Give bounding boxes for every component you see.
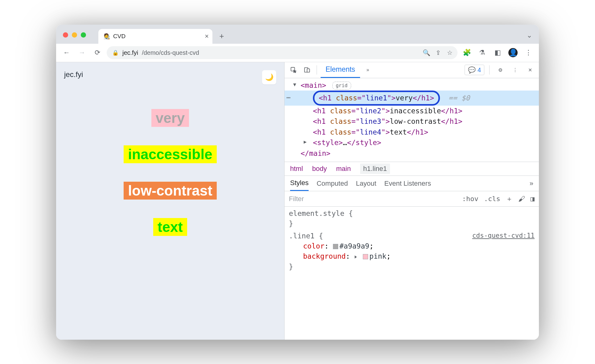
color-swatch-icon[interactable]	[363, 254, 368, 259]
breadcrumb-html[interactable]: html	[290, 165, 303, 173]
theme-toggle-button[interactable]: 🌙	[262, 70, 276, 84]
bookmark-icon[interactable]: ☆	[445, 47, 455, 58]
settings-icon[interactable]: ⚙	[494, 64, 506, 76]
close-window-button[interactable]	[63, 32, 68, 38]
devtools-menu-icon[interactable]: ⋮	[509, 64, 521, 76]
url-host: jec.fyi	[122, 49, 138, 56]
more-actions-icon[interactable]: ⋯	[286, 92, 291, 103]
disclosure-triangle-icon[interactable]: ▶	[304, 138, 307, 146]
labs-icon[interactable]: ⚗	[476, 47, 488, 59]
dom-node-h1-line3[interactable]: <h1 class="line3">low-contrast</h1>	[285, 116, 539, 127]
cls-toggle[interactable]: .cls	[484, 195, 500, 203]
zoom-icon[interactable]: 🔍	[421, 47, 432, 58]
url-path: /demo/cds-quest-cvd	[142, 49, 199, 56]
tabs-overflow-icon[interactable]: »	[362, 64, 374, 76]
back-button[interactable]: ←	[60, 47, 73, 59]
browser-window: 🧑‍🎨 CVD × + ⌄ ← → ⟳ 🔒 jec.fyi/demo/cds-q…	[56, 25, 539, 340]
lock-icon[interactable]: 🔒	[112, 50, 119, 56]
moon-icon: 🌙	[265, 73, 273, 81]
browser-menu-button[interactable]: ⋮	[522, 47, 535, 59]
styles-tabs-overflow-icon[interactable]: »	[530, 176, 533, 191]
tab-styles[interactable]: Styles	[290, 176, 309, 191]
rule-close-brace: }	[289, 220, 293, 228]
issues-count: 4	[478, 67, 481, 74]
prop-color-value[interactable]: #a9a9a9	[339, 242, 369, 250]
dom-breadcrumb: html body main h1.line1	[285, 162, 539, 176]
chat-icon: 💬	[468, 66, 476, 74]
browser-tab[interactable]: 🧑‍🎨 CVD ×	[98, 29, 212, 44]
devtools-panel: Elements » 💬 4 ⚙ ⋮ ✕ ▼ <main>	[284, 62, 539, 340]
word-stack: very inaccessible low-contrast text	[56, 84, 284, 340]
dom-node-h1-line1[interactable]: ⋯ <h1 class="line1">very</h1> == $0	[285, 91, 539, 106]
prop-background-value[interactable]: pink	[369, 252, 386, 260]
tab-strip: 🧑‍🎨 CVD × + ⌄	[56, 25, 539, 44]
heading-line3[interactable]: low-contrast	[124, 182, 216, 200]
paint-icon[interactable]: 🖌	[518, 195, 525, 203]
prop-color-name[interactable]: color	[303, 242, 324, 250]
rule-element-style[interactable]: element.style {	[289, 209, 353, 217]
dom-node-main[interactable]: ▼ <main> grid	[285, 80, 539, 91]
color-swatch-icon[interactable]	[333, 244, 338, 249]
share-icon[interactable]: ⇪	[433, 47, 443, 58]
rule-selector-line1[interactable]: .line1 {	[289, 232, 323, 240]
tab-elements[interactable]: Elements	[321, 62, 360, 78]
hov-toggle[interactable]: :hov	[462, 195, 478, 203]
breadcrumb-current[interactable]: h1.line1	[360, 164, 390, 174]
extensions-icon[interactable]: 🧩	[461, 47, 473, 59]
new-tab-button[interactable]: +	[215, 30, 228, 42]
dom-node-main-close[interactable]: </main>	[285, 148, 539, 159]
heading-line1[interactable]: very	[151, 109, 189, 127]
device-toolbar-icon[interactable]	[301, 64, 313, 76]
styles-tabbar: Styles Computed Layout Event Listeners »	[285, 176, 539, 191]
rule-source-link[interactable]: cds-quest-cvd:11	[472, 231, 535, 240]
breadcrumb-main[interactable]: main	[336, 165, 351, 173]
tab-layout[interactable]: Layout	[356, 176, 376, 191]
rule-close-brace: }	[289, 263, 293, 271]
grid-badge[interactable]: grid	[332, 82, 351, 90]
tab-close-icon[interactable]: ×	[205, 32, 209, 40]
heading-line2[interactable]: inaccessible	[124, 145, 217, 163]
new-rule-icon[interactable]: ＋	[506, 194, 513, 204]
window-controls	[63, 32, 86, 38]
svg-rect-2	[307, 69, 310, 72]
dom-node-style[interactable]: ▶ <style>…</style>	[285, 137, 539, 148]
inspect-element-icon[interactable]	[288, 64, 299, 76]
page-site-title: jec.fyi	[64, 70, 83, 79]
expand-shorthand-icon[interactable]	[355, 256, 357, 259]
computed-toggle-icon[interactable]: ◨	[531, 195, 535, 203]
devtools-tabbar: Elements » 💬 4 ⚙ ⋮ ✕	[285, 62, 539, 78]
prop-background-name[interactable]: background	[303, 252, 346, 260]
profile-button[interactable]: 👤	[507, 47, 519, 59]
selected-node-ref: == $0	[449, 94, 470, 102]
styles-rules[interactable]: element.style { } cds-quest-cvd:11 .line…	[285, 207, 539, 274]
address-bar[interactable]: 🔒 jec.fyi/demo/cds-quest-cvd 🔍 ⇪ ☆	[107, 46, 458, 59]
tab-title: CVD	[113, 33, 125, 40]
tab-favicon-icon: 🧑‍🎨	[103, 33, 110, 40]
tab-overflow-button[interactable]: ⌄	[527, 31, 532, 39]
browser-toolbar: ← → ⟳ 🔒 jec.fyi/demo/cds-quest-cvd 🔍 ⇪ ☆…	[56, 44, 539, 62]
issues-button[interactable]: 💬 4	[465, 65, 484, 75]
content-area: jec.fyi 🌙 very inaccessible low-contrast…	[56, 62, 539, 340]
minimize-window-button[interactable]	[72, 32, 77, 38]
dom-node-h1-line2[interactable]: <h1 class="line2">inaccessible</h1>	[285, 106, 539, 116]
dom-tree[interactable]: ▼ <main> grid ⋯ <h1 class="line1">very</…	[285, 78, 539, 162]
devtools-close-icon[interactable]: ✕	[524, 64, 536, 76]
styles-filter-input[interactable]: Filter	[285, 195, 458, 203]
reload-button[interactable]: ⟳	[91, 47, 104, 59]
tab-event-listeners[interactable]: Event Listeners	[384, 176, 431, 191]
tab-computed[interactable]: Computed	[317, 176, 348, 191]
dom-node-h1-line4[interactable]: <h1 class="line4">text</h1>	[285, 127, 539, 138]
sidepanel-icon[interactable]: ◧	[491, 47, 504, 59]
heading-line4[interactable]: text	[153, 218, 187, 236]
styles-filter-row: Filter :hov .cls ＋ 🖌 ◨	[285, 191, 539, 207]
disclosure-triangle-icon[interactable]: ▼	[293, 81, 296, 88]
breadcrumb-body[interactable]: body	[312, 165, 327, 173]
forward-button[interactable]: →	[76, 47, 88, 59]
maximize-window-button[interactable]	[81, 32, 86, 38]
page-viewport: jec.fyi 🌙 very inaccessible low-contrast…	[56, 62, 284, 340]
